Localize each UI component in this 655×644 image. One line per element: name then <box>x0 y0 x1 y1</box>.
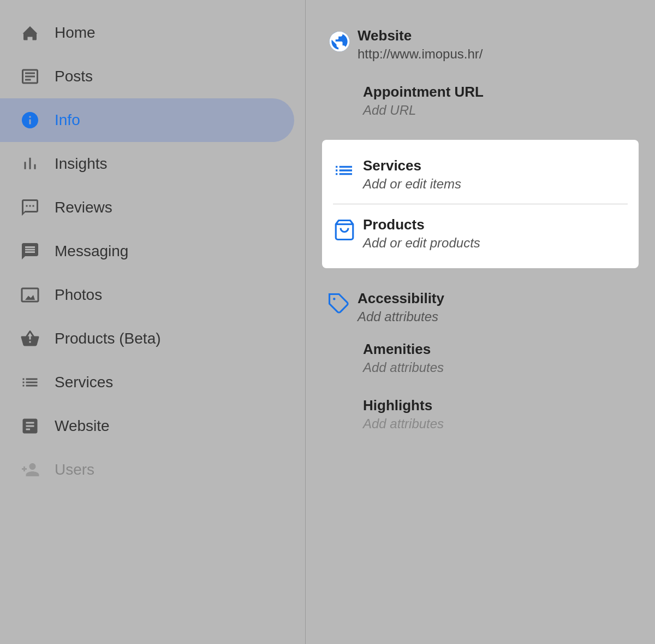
appointment-url-title: Appointment URL <box>363 84 633 101</box>
nav-label-insights: Insights <box>55 155 108 173</box>
nav-label-reviews: Reviews <box>55 199 112 216</box>
services-content: Services Add or edit items <box>363 157 628 192</box>
insights-icon <box>16 154 44 174</box>
services-nav-icon <box>16 373 44 392</box>
nav-label-products-beta: Products (Beta) <box>55 330 161 347</box>
nav-label-messaging: Messaging <box>55 243 128 260</box>
products-beta-icon <box>16 329 44 348</box>
website-content: Website http://www.imopus.hr/ <box>358 27 633 62</box>
nav-item-home[interactable]: Home <box>0 11 305 55</box>
website-row[interactable]: Website http://www.imopus.hr/ <box>327 16 633 73</box>
home-icon <box>16 23 44 43</box>
photos-icon <box>16 285 44 305</box>
services-title: Services <box>363 157 628 174</box>
services-list-icon <box>333 157 363 181</box>
posts-icon <box>16 67 44 86</box>
messaging-icon <box>16 241 44 261</box>
nav-item-photos[interactable]: Photos <box>0 273 305 317</box>
products-title: Products <box>363 216 628 233</box>
highlights-title: Highlights <box>363 397 633 414</box>
nav-item-messaging[interactable]: Messaging <box>0 229 305 273</box>
users-icon <box>16 460 44 480</box>
website-value: http://www.imopus.hr/ <box>358 46 633 62</box>
appointment-url-subtitle: Add URL <box>363 103 633 118</box>
nav-item-products-beta[interactable]: Products (Beta) <box>0 317 305 361</box>
products-row[interactable]: Products Add or edit products <box>327 204 633 263</box>
nav-label-users: Users <box>55 461 94 478</box>
accessibility-title: Accessibility <box>358 290 633 307</box>
website-globe-icon <box>327 27 358 54</box>
left-nav-panel: Home Posts Info Insights Reviews Messagi… <box>0 0 306 644</box>
nav-item-users[interactable]: Users <box>0 448 305 492</box>
nav-label-posts: Posts <box>55 68 93 85</box>
accessibility-tag-icon <box>327 290 358 315</box>
reviews-icon <box>16 198 44 217</box>
nav-label-info: Info <box>55 111 80 129</box>
amenities-block[interactable]: Amenities Add attributes <box>327 335 633 386</box>
services-subtitle: Add or edit items <box>363 176 628 192</box>
nav-item-posts[interactable]: Posts <box>0 55 305 98</box>
nav-item-info[interactable]: Info <box>0 98 294 142</box>
amenities-subtitle: Add attributes <box>363 360 633 375</box>
accessibility-subtitle: Add attributes <box>358 309 633 324</box>
website-title: Website <box>358 27 633 44</box>
nav-item-services[interactable]: Services <box>0 361 305 404</box>
right-content-panel: Website http://www.imopus.hr/ Appointmen… <box>306 0 655 644</box>
accessibility-content: Accessibility Add attributes <box>358 290 633 324</box>
products-subtitle: Add or edit products <box>363 235 628 251</box>
appointment-url-block[interactable]: Appointment URL Add URL <box>327 73 633 134</box>
nav-label-home: Home <box>55 24 96 42</box>
amenities-title: Amenities <box>363 341 633 358</box>
services-products-card: Services Add or edit items Products Add … <box>322 140 639 268</box>
nav-label-website: Website <box>55 417 110 435</box>
nav-label-photos: Photos <box>55 286 102 304</box>
services-row[interactable]: Services Add or edit items <box>327 145 633 204</box>
info-icon <box>16 110 44 130</box>
highlights-subtitle: Add attributes <box>363 416 633 432</box>
accessibility-row[interactable]: Accessibility Add attributes <box>327 279 633 335</box>
nav-item-reviews[interactable]: Reviews <box>0 186 305 229</box>
products-content: Products Add or edit products <box>363 216 628 251</box>
highlights-block[interactable]: Highlights Add attributes <box>327 386 633 442</box>
nav-item-insights[interactable]: Insights <box>0 142 305 186</box>
nav-item-website[interactable]: Website <box>0 404 305 448</box>
products-basket-icon <box>333 216 363 241</box>
website-nav-icon <box>16 416 44 436</box>
nav-label-services: Services <box>55 374 113 391</box>
